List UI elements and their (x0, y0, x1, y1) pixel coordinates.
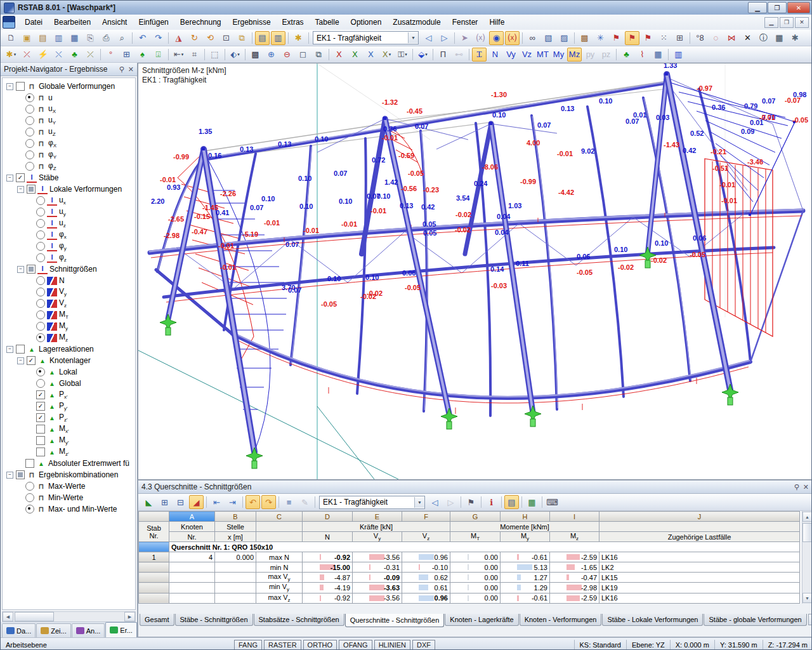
cell-value[interactable]: -3.56 (353, 593, 402, 603)
dropdown-arrow-icon[interactable]: ▾ (389, 52, 391, 57)
dropdown-arrow-icon[interactable]: ▾ (14, 52, 16, 57)
values-off-icon[interactable]: ⒳ (473, 31, 488, 45)
tree-item-max-und-min-werte[interactable]: Max- und Min-Werte (3, 503, 135, 515)
new-window-icon[interactable]: ⧉ (235, 31, 249, 45)
menu-fenster[interactable]: Fenster (447, 16, 484, 29)
tree-item--z[interactable]: φZ (3, 161, 135, 172)
navigator-tab-an[interactable]: An... (72, 623, 105, 637)
status-toggle-ortho[interactable]: ORTHO (303, 640, 337, 650)
cell-value[interactable]: -0.47 (550, 573, 599, 583)
table-tab-stäbe-schnittgrößen[interactable]: Stäbe - Schnittgrößen (175, 614, 253, 626)
cell-value[interactable]: -2.98 (550, 583, 599, 593)
result-info-icon[interactable]: ℹ (484, 495, 499, 509)
scroll-left-icon[interactable]: ◀ (3, 612, 13, 621)
print-preview-icon[interactable]: ⌕ (115, 31, 129, 45)
checkbox[interactable]: ✓ (36, 413, 45, 422)
cell-value[interactable]: -1.65 (550, 562, 599, 573)
result-vz-icon[interactable]: Vz (520, 48, 534, 62)
dropdown-arrow-icon[interactable]: ▾ (237, 52, 240, 57)
column-letter-A[interactable]: A (169, 512, 215, 522)
cell-value[interactable]: -2.59 (550, 552, 599, 562)
tree-item-u[interactable]: u (3, 92, 135, 103)
menu-bearbeiten[interactable]: Bearbeiten (48, 16, 96, 29)
table-tab-gesamt[interactable]: Gesamt (140, 614, 174, 626)
visibility-icon[interactable]: ⬖▾ (228, 48, 242, 62)
cell-value[interactable]: -0.61 (501, 552, 550, 562)
table-insert-icon[interactable]: ⊞ (157, 495, 172, 509)
open-folder-icon[interactable]: ▣ (20, 31, 34, 45)
flag-y-icon[interactable]: ⚑ (625, 31, 639, 45)
cell-value[interactable]: -2.59 (550, 593, 599, 603)
light-icon[interactable]: ✳ (593, 31, 608, 45)
tree-item-uz[interactable]: uZ (3, 126, 135, 138)
radio-button[interactable] (36, 333, 45, 342)
snap-node-icon[interactable]: °8 (693, 31, 707, 45)
cell-value[interactable]: -0.92 (303, 593, 353, 603)
zoom-out-icon[interactable]: ⊖ (280, 48, 294, 62)
expander-icon[interactable]: − (17, 266, 24, 273)
cell-value[interactable]: 0.61 (402, 583, 450, 593)
scroll-thumb[interactable] (802, 523, 812, 542)
tree-item-px-[interactable]: ✓Px' (3, 389, 135, 401)
tree-item--z[interactable]: φz (3, 252, 135, 263)
checkbox[interactable] (16, 82, 25, 91)
cell-lastfall[interactable]: LK16 (599, 552, 800, 562)
flag-z-icon[interactable]: ⚑ (641, 31, 655, 45)
cell-kind[interactable]: min Vy (256, 583, 303, 593)
combo-arrow-icon[interactable]: ▼ (408, 32, 418, 43)
render-solid-icon[interactable]: ▩ (248, 48, 263, 62)
tree-item-uy[interactable]: uY (3, 115, 135, 126)
results-table[interactable]: ABCDEFGHIJStabNr.KnotenStelleKräfte [kN]… (138, 511, 800, 604)
radio-button[interactable] (36, 379, 45, 388)
checkbox[interactable] (16, 470, 25, 479)
table-down-icon[interactable]: ⊟ (173, 495, 188, 509)
navigator-tab-da[interactable]: Da... (2, 623, 36, 637)
rows-view-icon[interactable]: ≡ (282, 495, 296, 509)
minimize-button[interactable]: ▁ (748, 2, 767, 13)
rotate-view-icon[interactable]: ↻ (187, 31, 202, 45)
results-pointer-icon[interactable]: ➤ (457, 31, 472, 45)
corner-cell[interactable] (139, 512, 169, 522)
tree-item--y[interactable]: φY (3, 149, 135, 161)
measure-icon[interactable]: ⌗ (187, 48, 202, 62)
cell-knoten[interactable] (169, 593, 215, 603)
result-vy-icon[interactable]: Vy (504, 48, 518, 62)
grid-points-icon[interactable]: ⁙ (657, 31, 671, 45)
insert-node-icon[interactable]: ✱▾ (4, 48, 18, 62)
prev-loadcase-icon[interactable]: ◁ (421, 31, 436, 45)
tree-item-vz[interactable]: Vz (3, 298, 135, 309)
checkbox[interactable] (36, 425, 45, 434)
tree-item-mx-[interactable]: Mx' (3, 423, 135, 435)
cube-copy-icon[interactable]: ⧉ (311, 48, 326, 62)
options-gears-icon[interactable]: ✱ (788, 31, 802, 45)
table-tab-querschnitte-schnittgrößen[interactable]: Querschnitte - Schnittgrößen (345, 614, 445, 627)
show-values-icon[interactable]: ⒳ (505, 31, 520, 45)
checkbox[interactable] (25, 459, 34, 468)
tree-item--x[interactable]: φx (3, 229, 135, 241)
view-glasses-icon[interactable]: ∞ (525, 31, 540, 45)
navigator-tab-zei[interactable]: Zei... (36, 623, 70, 637)
radio-button[interactable] (25, 139, 34, 148)
new-file-icon[interactable]: 🗋 (4, 31, 18, 45)
radio-button[interactable] (36, 196, 45, 205)
tree-item-mz[interactable]: Mz (3, 332, 135, 343)
column-letter-G[interactable]: G (450, 512, 501, 522)
radio-button[interactable] (25, 505, 34, 514)
tab-nav-button[interactable]: |◀ (808, 614, 812, 625)
info-icon[interactable]: ⓘ (756, 31, 771, 45)
scroll-right-icon[interactable]: ▶ (124, 612, 135, 621)
radio-button[interactable] (36, 310, 45, 319)
column-letter-H[interactable]: H (501, 512, 550, 522)
show-results-icon[interactable]: ◉ (489, 31, 504, 45)
column-letter-B[interactable]: B (215, 512, 256, 522)
panel-legend-icon[interactable]: ▥ (671, 48, 686, 62)
cell-lastfall[interactable]: LK2 (599, 562, 800, 573)
menu-ergebnisse[interactable]: Ergebnisse (227, 16, 277, 29)
tree-item-ergebniskombinationen[interactable]: −Ergebniskombinationen (3, 469, 135, 481)
expander-icon[interactable]: − (6, 175, 13, 182)
status-toggle-raster[interactable]: RASTER (264, 640, 301, 650)
calc-settings-icon[interactable]: ▦ (772, 31, 787, 45)
undo-icon[interactable]: ↶ (135, 31, 150, 45)
navigator-tab-er[interactable]: Er... (105, 622, 137, 637)
tree-item-max-werte[interactable]: Max-Werte (3, 481, 135, 492)
